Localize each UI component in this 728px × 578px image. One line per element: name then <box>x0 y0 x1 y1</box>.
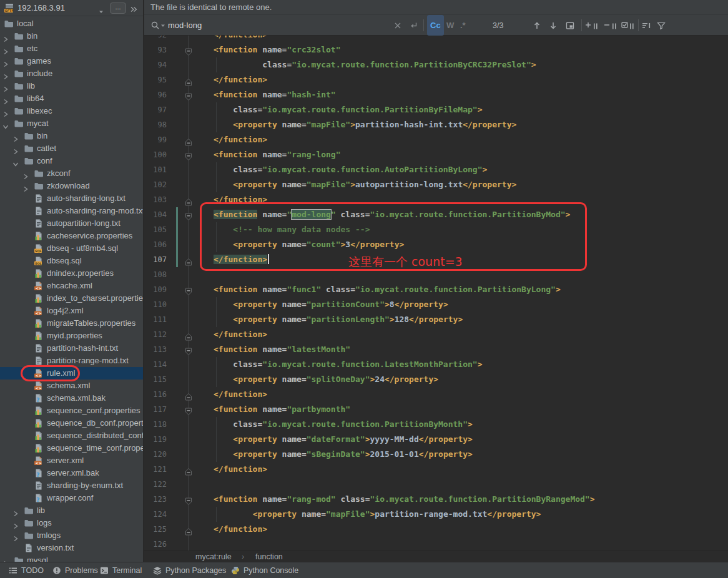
tree-item-catlet[interactable]: catlet <box>0 142 143 155</box>
code-line-126[interactable]: 126 <box>144 537 728 551</box>
code-line-118[interactable]: 118 class="io.mycat.route.function.Parti… <box>144 417 728 432</box>
tree-item-wrapper-conf[interactable]: ?wrapper.conf <box>0 492 143 504</box>
tree-item-log4j2-xml[interactable]: <>log4j2.xml <box>0 305 143 317</box>
select-all-occurrences-icon[interactable] <box>621 15 635 36</box>
tree-item-dbseq-utf8mb4-sql[interactable]: SQLdbseq - utf8mb4.sql <box>0 242 143 255</box>
tree-item-dbseq-sql[interactable]: SQLdbseq.sql <box>0 255 143 267</box>
tree-item-sequence-distributed-conf-properties[interactable]: sequence_distributed_conf.properties <box>0 429 143 442</box>
code-line-113[interactable]: 113<function name="latestMonth" <box>144 342 728 357</box>
code-line-96[interactable]: 96<function name="hash-int" <box>144 87 728 102</box>
toolwindow-terminal[interactable]: Terminal <box>100 562 142 578</box>
chevron-down-icon[interactable] <box>2 120 9 127</box>
code-line-98[interactable]: 98 <property name="mapFile">partition-ha… <box>144 117 728 132</box>
code-line-93[interactable]: 93<function name="crc32slot" <box>144 42 728 57</box>
close-search-icon[interactable] <box>394 15 401 36</box>
tree-item-sequence-db-conf-properties[interactable]: sequence_db_conf.properties <box>0 417 143 429</box>
chevron-right-icon[interactable] <box>2 58 9 64</box>
code-line-100[interactable]: 100<function name="rang-long" <box>144 147 728 162</box>
words-toggle[interactable]: W <box>446 15 454 36</box>
chevron-right-icon[interactable] <box>22 170 29 177</box>
chevron-right-icon[interactable] <box>22 183 29 189</box>
code-line-101[interactable]: 101 class="io.mycat.route.function.AutoP… <box>144 162 728 177</box>
tree-item-games[interactable]: games <box>0 55 143 67</box>
chevron-right-icon[interactable] <box>12 520 19 526</box>
chevron-right-icon[interactable] <box>12 133 19 139</box>
tree-item-server-xml[interactable]: <>server.xml <box>0 454 143 467</box>
toolwindow-todo[interactable]: TODO <box>9 562 44 578</box>
code-line-119[interactable]: 119 <property name="dateFormat">yyyy-MM-… <box>144 432 728 447</box>
code-line-112[interactable]: 112</function> <box>144 327 728 342</box>
code-line-106[interactable]: 106 <property name="count">3</property> <box>144 237 728 252</box>
chevron-down-icon[interactable] <box>12 158 19 164</box>
chevron-right-icon[interactable] <box>2 557 9 562</box>
find-all-icon[interactable] <box>566 15 574 36</box>
tree-item-cacheservice-properties[interactable]: cacheservice.properties <box>0 230 143 242</box>
chevron-right-icon[interactable] <box>12 532 19 539</box>
toolwindow-python-console[interactable]: Python Console <box>231 562 298 578</box>
breadcrumb-item[interactable]: mycat:rule <box>195 551 232 562</box>
chevron-right-icon[interactable] <box>2 83 9 89</box>
search-input[interactable]: mod-long <box>168 15 202 36</box>
more-actions-button[interactable]: ... <box>110 2 126 14</box>
tree-item-schema-xml-bak[interactable]: ?schema.xml.bak <box>0 392 143 404</box>
filter-lines-icon[interactable] <box>642 15 652 36</box>
tree-item-sequence-time-conf-properties[interactable]: sequence_time_conf.properties <box>0 442 143 454</box>
toolwindow-python-packages[interactable]: Python Packages <box>153 562 226 578</box>
tree-item-auto-sharding-rang-mod-txt[interactable]: auto-sharding-rang-mod.txt <box>0 205 143 217</box>
code-line-102[interactable]: 102 <property name="mapFile">autopartiti… <box>144 177 728 192</box>
code-line-125[interactable]: 125</function> <box>144 522 728 537</box>
toolwindow-problems[interactable]: Problems <box>52 562 98 578</box>
code-line-124[interactable]: 124 <property name="mapFile">partition-r… <box>144 507 728 522</box>
code-line-111[interactable]: 111 <property name="partitionLength">128… <box>144 312 728 327</box>
code-line-104[interactable]: 104<function name="mod-long" class="io.m… <box>144 207 728 222</box>
tree-item-autopartition-long-txt[interactable]: autopartition-long.txt <box>0 217 143 230</box>
breadcrumb-item[interactable]: function <box>255 551 283 562</box>
code-line-116[interactable]: 116</function> <box>144 387 728 402</box>
search-icon[interactable] <box>150 15 160 36</box>
code-line-120[interactable]: 120 <property name="sBeginDate">2015-01-… <box>144 447 728 462</box>
next-occurrence-icon[interactable] <box>549 15 558 36</box>
tree-item-include[interactable]: include <box>0 67 143 80</box>
tree-item-bin[interactable]: bin <box>0 30 143 42</box>
chevron-right-icon[interactable] <box>2 33 9 39</box>
match-case-toggle[interactable]: Cc <box>427 15 444 36</box>
tree-item-ehcache-xml[interactable]: <>ehcache.xml <box>0 280 143 292</box>
code-line-122[interactable]: 122 <box>144 477 728 492</box>
tree-item-bin[interactable]: bin <box>0 130 143 142</box>
tree-item-tmlogs[interactable]: tmlogs <box>0 529 143 542</box>
tree-item-partition-hash-int-txt[interactable]: partition-hash-int.txt <box>0 342 143 355</box>
tree-item-rule-xml[interactable]: <>rule.xml <box>0 367 143 380</box>
filter-search-icon[interactable] <box>657 15 666 36</box>
code-line-109[interactable]: 109<function name="func1" class="io.myca… <box>144 282 728 297</box>
tree-item-index-to-charset-properties[interactable]: index_to_charset.properties <box>0 292 143 305</box>
code-editor[interactable]: 92</function>93<function name="crc32slot… <box>144 36 728 551</box>
code-line-114[interactable]: 114 class="io.mycat.route.function.Lates… <box>144 357 728 372</box>
tree-item-sharding-by-enum-txt[interactable]: sharding-by-enum.txt <box>0 479 143 492</box>
tree-item-sequence-conf-properties[interactable]: sequence_conf.properties <box>0 404 143 417</box>
code-line-92[interactable]: 92</function> <box>144 36 728 42</box>
tree-item-zkdownload[interactable]: zkdownload <box>0 180 143 192</box>
tree-item-version-txt[interactable]: version.txt <box>0 542 143 554</box>
search-history-dropdown-icon[interactable] <box>160 15 165 36</box>
code-line-107[interactable]: 107</function> <box>144 252 728 267</box>
chevron-right-icon[interactable] <box>12 507 19 514</box>
code-line-121[interactable]: 121</function> <box>144 462 728 477</box>
tree-item-logs[interactable]: logs <box>0 517 143 529</box>
previous-occurrence-icon[interactable] <box>533 15 541 36</box>
tree-item-server-xml-bak[interactable]: ?server.xml.bak <box>0 467 143 479</box>
tree-item-partition-range-mod-txt[interactable]: partition-range-mod.txt <box>0 355 143 367</box>
chevron-right-icon[interactable] <box>2 108 9 114</box>
remove-selection-icon[interactable] <box>604 15 617 36</box>
code-line-105[interactable]: 105 <!-- how many data nodes --> <box>144 222 728 237</box>
tree-item-lib[interactable]: lib <box>0 504 143 517</box>
hide-panel-icon[interactable] <box>130 4 137 16</box>
tree-item-migratetables-properties[interactable]: migrateTables.properties <box>0 317 143 330</box>
code-line-94[interactable]: 94 class="io.mycat.route.function.Partit… <box>144 57 728 72</box>
tree-item-lib[interactable]: lib <box>0 80 143 92</box>
code-line-99[interactable]: 99</function> <box>144 132 728 147</box>
code-line-110[interactable]: 110 <property name="partitionCount">8</p… <box>144 297 728 312</box>
tree-item-dnindex-properties[interactable]: dnindex.properties <box>0 267 143 280</box>
chevron-right-icon[interactable] <box>12 145 19 152</box>
code-line-108[interactable]: 108 <box>144 267 728 282</box>
regex-toggle[interactable]: .* <box>460 15 466 36</box>
